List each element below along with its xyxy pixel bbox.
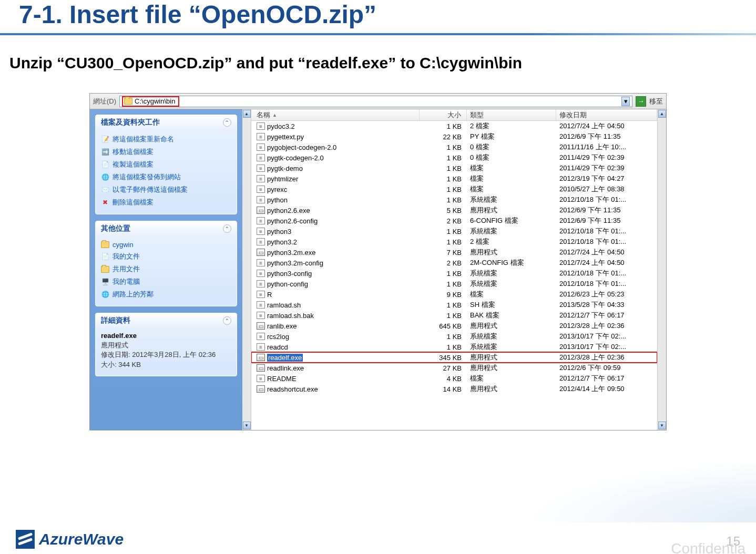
table-row[interactable]: ≡pyhtmlizer1 KB檔案2012/3/19 下午 04:27 — [251, 173, 657, 184]
table-row[interactable]: ≡pygtk-demo1 KB檔案2011/4/29 下午 02:39 — [251, 163, 657, 173]
table-row[interactable]: ▭python2.6.exe5 KB應用程式2012/6/9 下午 11:35 — [251, 205, 657, 216]
exe-icon: ▭ — [257, 385, 265, 393]
slide-title: 7-1. Insert file “OpenOCD.zip” — [0, 0, 756, 33]
file-date: 2012/10/18 下午 01:... — [556, 279, 657, 289]
file-icon: ≡ — [257, 301, 265, 309]
place-item[interactable]: 🌐網路上的芳鄰 — [100, 288, 232, 301]
file-icon: ≡ — [257, 270, 265, 277]
table-row[interactable]: ▭python3.2m.exe7 KB應用程式2012/7/24 上午 04:5… — [251, 247, 657, 258]
file-date: 2012/3/28 上午 02:36 — [556, 353, 657, 362]
file-type: 6-CONFIG 檔案 — [467, 216, 556, 225]
file-size: 2 KB — [420, 217, 467, 225]
file-type: 2 檔案 — [467, 237, 556, 247]
tasks-panel: 檔案及資料夾工作 ⌃ 📝將這個檔案重新命名➡️移動這個檔案📄複製這個檔案🌐將這個… — [95, 115, 237, 214]
explorer-window: 網址(D) C:\cygwin\bin ▾ → 移至 檔案及資料夾工作 ⌃ 📝將… — [89, 93, 667, 430]
task-item[interactable]: 🌐將這個檔案發佈到網站 — [100, 171, 232, 183]
file-date: 2012/10/18 下午 01:... — [556, 195, 657, 204]
file-size: 27 KB — [420, 364, 467, 372]
scrollbar-left[interactable]: ▲ ▼ — [242, 109, 251, 430]
address-input[interactable]: C:\cygwin\bin ▾ — [119, 96, 632, 107]
task-icon: ✖ — [101, 198, 109, 207]
details-size: 大小: 344 KB — [101, 360, 231, 370]
list-header: 名稱 ▲ 大小 類型 修改日期 — [251, 109, 657, 121]
table-row[interactable]: ≡python3-config1 KB系統檔案2012/10/18 下午 01:… — [251, 268, 657, 279]
task-item[interactable]: ✖刪除這個檔案 — [100, 196, 232, 209]
file-name: ramload.sh.bak — [267, 312, 314, 320]
table-row[interactable]: ≡pygtk-codegen-2.01 KB0 檔案2011/4/29 下午 0… — [251, 152, 657, 163]
address-dropdown-button[interactable]: ▾ — [621, 97, 630, 106]
title-underline — [0, 33, 756, 35]
file-date: 2012/7/24 上午 04:50 — [556, 258, 657, 268]
file-name: pyhtmlizer — [267, 175, 298, 183]
file-date: 2012/6/9 下午 11:35 — [556, 206, 657, 215]
place-item[interactable]: 📄我的文件 — [100, 250, 232, 263]
scroll-down-icon[interactable]: ▼ — [658, 422, 666, 429]
table-row[interactable]: ≡pygettext.py22 KBPY 檔案2012/6/9 下午 11:35 — [251, 131, 657, 142]
scroll-up-icon[interactable]: ▲ — [243, 110, 251, 118]
file-type: 系統檔案 — [467, 332, 556, 341]
logo-text: AzureWave — [39, 530, 124, 548]
task-icon: ➡️ — [101, 148, 109, 156]
task-item[interactable]: 📝將這個檔案重新命名 — [100, 133, 232, 146]
file-date: 2012/6/23 上午 05:23 — [556, 290, 657, 299]
table-row[interactable]: ≡ramload.sh.bak1 KBBAK 檔案2012/12/7 下午 06… — [251, 310, 657, 321]
details-panel-header[interactable]: 詳細資料 ⌃ — [96, 313, 237, 328]
table-row[interactable]: ≡python3.21 KB2 檔案2012/10/18 下午 01:... — [251, 237, 657, 247]
task-item[interactable]: ✉️以電子郵件傳送這個檔案 — [100, 183, 232, 196]
table-row[interactable]: ≡R9 KB檔案2012/6/23 上午 05:23 — [251, 289, 657, 300]
place-item[interactable]: 共用文件 — [100, 263, 232, 275]
task-item[interactable]: 📄複製這個檔案 — [100, 158, 232, 171]
table-row[interactable]: ▭readelf.exe345 KB應用程式2012/3/28 上午 02:36 — [251, 352, 657, 363]
table-row[interactable]: ≡python2.6-config2 KB6-CONFIG 檔案2012/6/9… — [251, 216, 657, 226]
file-date: 2012/6/9 下午 11:35 — [556, 216, 657, 225]
column-header-size[interactable]: 大小 — [420, 109, 467, 120]
table-row[interactable]: ≡python3.2m-config2 KB2M-CONFIG 檔案2012/7… — [251, 258, 657, 268]
table-row[interactable]: ▭ranlib.exe645 KB應用程式2012/3/28 上午 02:36 — [251, 321, 657, 331]
collapse-icon[interactable]: ⌃ — [223, 224, 231, 233]
scroll-down-icon[interactable]: ▼ — [243, 422, 251, 429]
table-row[interactable]: ≡README4 KB檔案2012/12/7 下午 06:17 — [251, 373, 657, 384]
column-header-date[interactable]: 修改日期 — [556, 109, 657, 120]
place-item[interactable]: 🖥️我的電腦 — [100, 275, 232, 288]
file-name: python3.2 — [267, 238, 297, 246]
places-panel-header[interactable]: 其他位置 ⌃ — [96, 221, 237, 236]
table-row[interactable]: ≡pygobject-codegen-2.01 KB0 檔案2011/11/16… — [251, 142, 657, 152]
file-type: 應用程式 — [467, 321, 556, 331]
scrollbar-right[interactable]: ▲ ▼ — [657, 109, 666, 430]
place-item[interactable]: cygwin — [100, 239, 232, 250]
table-row[interactable]: ≡pyrexc1 KB檔案2010/5/27 上午 08:38 — [251, 184, 657, 194]
table-row[interactable]: ≡python1 KB系統檔案2012/10/18 下午 01:... — [251, 194, 657, 205]
file-name: python2.6.exe — [267, 207, 310, 214]
table-row[interactable]: ≡ramload.sh1 KBSH 檔案2013/5/28 下午 04:33 — [251, 300, 657, 310]
task-item[interactable]: ➡️移動這個檔案 — [100, 146, 232, 158]
table-row[interactable]: ≡rcs2log1 KB系統檔案2013/10/17 下午 02:... — [251, 331, 657, 342]
file-name: python3-config — [267, 270, 312, 278]
file-name: python3 — [267, 228, 291, 235]
collapse-icon[interactable]: ⌃ — [223, 316, 231, 325]
details-filetype: 應用程式 — [101, 341, 231, 350]
tasks-panel-header[interactable]: 檔案及資料夾工作 ⌃ — [96, 115, 237, 130]
details-panel: 詳細資料 ⌃ readelf.exe 應用程式 修改日期: 2012年3月28日… — [95, 313, 237, 376]
column-name-label: 名稱 — [257, 110, 270, 120]
file-date: 2010/5/27 上午 08:38 — [556, 184, 657, 194]
column-header-name[interactable]: 名稱 ▲ — [251, 109, 420, 120]
file-name: readelf.exe — [267, 354, 303, 362]
table-row[interactable]: ≡python-config1 KB系統檔案2012/10/18 下午 01:.… — [251, 279, 657, 289]
file-type: 檔案 — [467, 184, 556, 194]
file-name: ramload.sh — [267, 301, 301, 309]
table-row[interactable]: ▭readlink.exe27 KB應用程式2012/2/6 下午 09:59 — [251, 363, 657, 373]
column-header-type[interactable]: 類型 — [467, 109, 556, 120]
go-label: 移至 — [649, 97, 663, 106]
scroll-up-icon[interactable]: ▲ — [658, 110, 666, 118]
folder-icon — [124, 98, 132, 105]
table-row[interactable]: ≡pydoc3.21 KB2 檔案2012/7/24 上午 04:50 — [251, 121, 657, 131]
go-button[interactable]: → — [636, 96, 646, 107]
table-row[interactable]: ▭readshortcut.exe14 KB應用程式2012/4/14 上午 0… — [251, 384, 657, 394]
table-row[interactable]: ≡python31 KB系統檔案2012/10/18 下午 01:... — [251, 226, 657, 237]
task-icon: 🌐 — [101, 173, 109, 181]
table-row[interactable]: ≡readcd1 KB系統檔案2013/10/17 下午 02:... — [251, 342, 657, 352]
folder-icon — [101, 241, 109, 248]
place-label: 網路上的芳鄰 — [113, 290, 154, 299]
collapse-icon[interactable]: ⌃ — [223, 118, 231, 127]
file-name: pygettext.py — [267, 133, 304, 141]
